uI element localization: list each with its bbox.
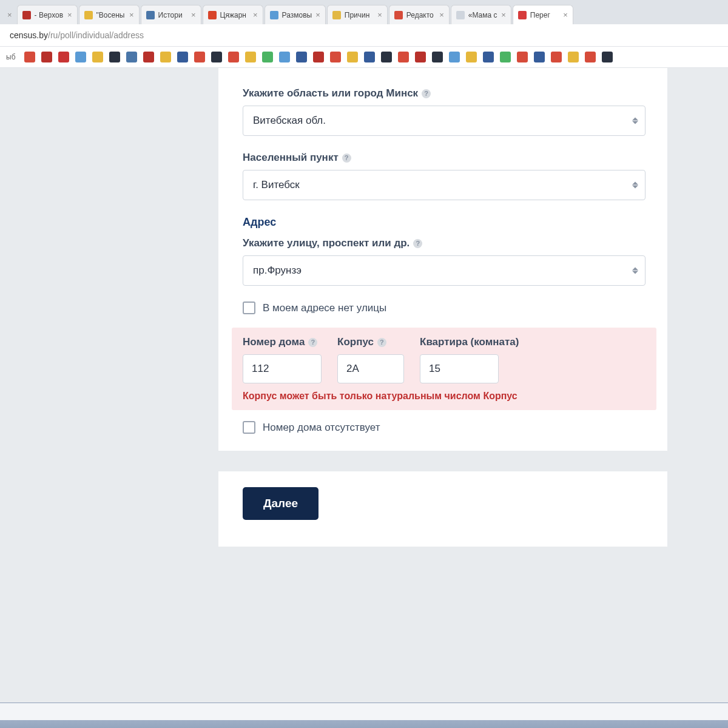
browser-tab[interactable]: Истори× [141, 5, 201, 24]
bookmark-icon[interactable] [517, 52, 528, 62]
bookmark-icon[interactable] [534, 52, 545, 62]
bookmark-icon[interactable] [602, 52, 613, 62]
no-house-checkbox-row: Номер дома отсутствует [243, 421, 645, 434]
form-card: Укажите область или город Минск ? Витебс… [218, 68, 667, 451]
favicon-icon [332, 11, 341, 19]
bookmark-icon[interactable] [24, 52, 35, 62]
close-icon[interactable]: × [501, 10, 506, 19]
browser-tab[interactable]: Причин× [327, 5, 388, 24]
bookmark-icon[interactable] [568, 52, 579, 62]
bookmark-icon[interactable] [58, 52, 69, 62]
locality-select[interactable]: г. Витебск [243, 170, 645, 200]
bookmark-icon[interactable] [347, 52, 358, 62]
locality-label: Населенный пункт ? [243, 152, 645, 164]
browser-tab[interactable]: Редакто× [389, 5, 450, 24]
tab-label: Перег [530, 11, 559, 19]
browser-tab[interactable]: - Верхов× [17, 5, 78, 24]
bookmark-icon[interactable] [296, 52, 307, 62]
korpus-input[interactable] [337, 354, 404, 383]
chevron-updown-icon [632, 268, 638, 274]
tab-label: «Мама с [468, 11, 497, 19]
tab-label: Редакто [406, 11, 436, 19]
address-heading: Адрес [243, 216, 645, 229]
region-select[interactable]: Витебская обл. [243, 106, 645, 136]
bookmark-icon[interactable] [313, 52, 324, 62]
help-icon[interactable]: ? [413, 239, 422, 248]
help-icon[interactable]: ? [342, 153, 351, 163]
no-street-checkbox[interactable] [243, 302, 255, 314]
bookmark-icon[interactable] [126, 52, 137, 62]
bookmark-icon[interactable] [245, 52, 256, 62]
close-icon[interactable]: × [191, 10, 196, 19]
tab-label: - Верхов [35, 11, 64, 19]
bookmark-icon[interactable] [279, 52, 290, 62]
close-icon[interactable]: × [129, 10, 134, 19]
bookmarks-label: ыб [6, 53, 18, 61]
bookmark-icon[interactable] [432, 52, 443, 62]
street-label: Укажите улицу, проспект или др. ? [243, 237, 645, 249]
close-icon[interactable]: × [67, 10, 72, 19]
favicon-icon [270, 11, 278, 19]
next-button[interactable]: Далее [243, 487, 318, 520]
error-message: Корпус может быть только натуральным чис… [243, 391, 645, 402]
bookmark-icon[interactable] [364, 52, 375, 62]
favicon-icon [394, 11, 403, 19]
bookmark-icon[interactable] [330, 52, 341, 62]
chevron-updown-icon [632, 118, 638, 124]
bookmark-icon[interactable] [41, 52, 52, 62]
bookmark-icon[interactable] [75, 52, 86, 62]
favicon-icon [146, 11, 155, 19]
bookmark-icon[interactable] [109, 52, 120, 62]
close-icon[interactable]: × [377, 10, 382, 19]
bookmark-icon[interactable] [381, 52, 392, 62]
no-house-label: Номер дома отсутствует [263, 422, 380, 434]
locality-value: г. Витебск [243, 170, 645, 200]
help-icon[interactable]: ? [308, 338, 317, 347]
bookmark-icon[interactable] [92, 52, 103, 62]
browser-tab-strip: × - Верхов×"Восены×Истори×Цяжарн×Размовы… [0, 0, 728, 24]
bookmark-icon[interactable] [398, 52, 409, 62]
no-street-checkbox-row: В моем адресе нет улицы [243, 302, 645, 314]
bookmark-icon[interactable] [228, 52, 239, 62]
close-icon[interactable]: × [315, 10, 320, 19]
bookmark-icon[interactable] [177, 52, 188, 62]
apt-input[interactable] [420, 354, 499, 383]
bookmark-icon[interactable] [466, 52, 477, 62]
street-select[interactable]: пр.Фрунзэ [243, 255, 645, 286]
bookmark-icon[interactable] [585, 52, 596, 62]
no-house-checkbox[interactable] [243, 421, 255, 434]
browser-tab[interactable]: Цяжарн× [203, 5, 263, 24]
close-icon[interactable]: × [7, 10, 12, 19]
browser-tab[interactable]: "Восены× [79, 5, 140, 24]
browser-tab[interactable]: Перег× [513, 5, 573, 24]
favicon-icon [84, 11, 93, 19]
bookmark-icon[interactable] [500, 52, 511, 62]
help-icon[interactable]: ? [422, 89, 431, 98]
tab-label: Причин [345, 11, 374, 19]
close-icon[interactable]: × [253, 10, 258, 19]
tab-label: "Восены [96, 11, 126, 19]
bookmark-icon[interactable] [194, 52, 205, 62]
error-panel: Номер дома ? Корпус ? Квартира (комната) [232, 328, 656, 410]
bookmark-icon[interactable] [160, 52, 171, 62]
close-icon[interactable]: × [439, 10, 444, 19]
url-host: census.by [10, 30, 48, 40]
browser-tab[interactable]: Размовы× [265, 5, 326, 24]
bookmark-icon[interactable] [211, 52, 222, 62]
tab-label: Размовы [282, 11, 312, 19]
address-bar[interactable]: census.by/ru/poll/individual/address [0, 24, 728, 47]
close-icon[interactable]: × [563, 10, 568, 19]
browser-tab[interactable]: «Мама с× [451, 5, 511, 24]
bookmark-icon[interactable] [143, 52, 154, 62]
bookmark-icon[interactable] [415, 52, 426, 62]
bookmark-icon[interactable] [449, 52, 460, 62]
bookmark-icon[interactable] [483, 52, 494, 62]
bookmark-icon[interactable] [262, 52, 273, 62]
house-input[interactable] [243, 354, 322, 383]
favicon-icon [208, 11, 217, 19]
favicon-icon [22, 11, 31, 19]
house-label: Номер дома ? [243, 336, 322, 348]
korpus-label: Корпус ? [337, 336, 404, 348]
bookmark-icon[interactable] [551, 52, 562, 62]
help-icon[interactable]: ? [377, 338, 386, 347]
